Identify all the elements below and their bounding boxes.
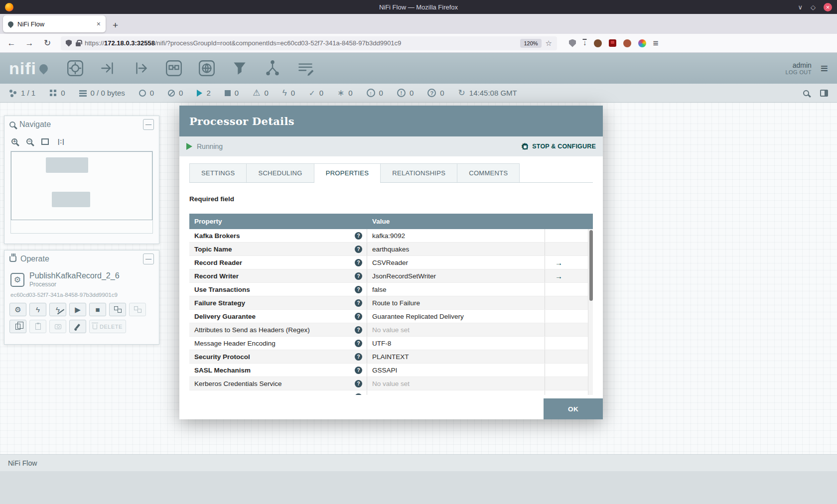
- tab-scheduling[interactable]: SCHEDULING: [247, 163, 314, 182]
- tab-relationships[interactable]: RELATIONSHIPS: [381, 163, 457, 182]
- back-button[interactable]: ←: [5, 38, 18, 48]
- downloads-icon[interactable]: ↑: [583, 39, 587, 47]
- nifi-favicon-icon: [7, 20, 15, 28]
- property-name: Record Writer: [194, 272, 239, 280]
- table-scrollbar[interactable]: [588, 229, 593, 395]
- start-button[interactable]: ▶: [69, 303, 86, 316]
- template-flow-icon: [114, 306, 122, 313]
- tab-comments[interactable]: COMMENTS: [457, 163, 520, 182]
- status-up-to-date: ✓0: [309, 89, 323, 97]
- status-refresh[interactable]: ↻14:45:08 GMT: [458, 89, 517, 97]
- zoom-actual-size-icon[interactable]: |:|: [58, 138, 65, 145]
- remote-process-group-component-icon[interactable]: [197, 59, 216, 78]
- enable-button[interactable]: ϟ: [29, 303, 46, 316]
- help-icon[interactable]: ?: [355, 313, 362, 320]
- bookmark-star-icon[interactable]: ☆: [546, 39, 552, 48]
- ublock-extension-icon[interactable]: [609, 39, 616, 47]
- account-icon[interactable]: [594, 39, 602, 47]
- help-icon[interactable]: ?: [355, 380, 362, 387]
- search-icon[interactable]: [803, 90, 809, 96]
- help-icon[interactable]: ?: [355, 340, 362, 347]
- tab-close-icon[interactable]: ×: [97, 20, 101, 28]
- help-icon[interactable]: ?: [355, 272, 362, 280]
- fill-color-button[interactable]: [69, 320, 86, 333]
- copy-button[interactable]: [9, 320, 26, 333]
- property-name: SASL Mechanism: [194, 367, 251, 374]
- help-icon[interactable]: ?: [355, 259, 362, 266]
- zoom-out-icon[interactable]: −: [26, 138, 32, 144]
- birdseye-toggle-icon[interactable]: [820, 90, 828, 97]
- tab-settings[interactable]: SETTINGS: [189, 163, 247, 182]
- help-icon[interactable]: ?: [355, 232, 362, 240]
- not-transmitting-icon: [168, 90, 175, 97]
- process-group-component-icon[interactable]: [164, 59, 183, 78]
- browser-toolbar: ← → ↻ https://172.18.0.3:32558/nifi/?pro…: [0, 34, 837, 53]
- help-icon[interactable]: ?: [355, 246, 362, 253]
- zoom-in-icon[interactable]: +: [11, 138, 17, 144]
- go-to-service-icon[interactable]: →: [555, 258, 562, 267]
- up-to-date-check-icon: ✓: [309, 89, 315, 97]
- processor-component-icon[interactable]: [66, 59, 85, 78]
- input-port-component-icon[interactable]: [99, 59, 118, 78]
- browser-tab[interactable]: NiFi Flow ×: [3, 15, 106, 32]
- go-to-service-icon[interactable]: →: [555, 272, 562, 280]
- help-icon[interactable]: ?: [355, 353, 362, 361]
- logout-link[interactable]: LOG OUT: [786, 69, 812, 75]
- extension-avatar-icon[interactable]: [623, 39, 631, 47]
- template-component-icon[interactable]: [263, 59, 282, 78]
- refresh-icon[interactable]: ↻: [458, 89, 465, 97]
- tracking-protection-shield-icon[interactable]: [66, 40, 72, 47]
- threads-grid-icon: [49, 89, 57, 97]
- window-close-icon[interactable]: ×: [824, 3, 832, 11]
- help-icon[interactable]: ?: [355, 326, 362, 334]
- status-threads: 0: [49, 89, 65, 97]
- flow-canvas[interactable]: Navigate — + − |:| Operate — ⚙ PublishKa…: [0, 103, 837, 454]
- tab-properties[interactable]: PROPERTIES: [314, 163, 381, 182]
- help-icon[interactable]: ?: [355, 393, 362, 395]
- reload-button[interactable]: ↻: [41, 38, 54, 48]
- window-maximize-icon[interactable]: ◇: [811, 3, 816, 11]
- global-menu-icon[interactable]: ≡: [821, 61, 828, 76]
- lock-icon[interactable]: [76, 42, 81, 46]
- output-port-component-icon[interactable]: [132, 59, 150, 78]
- birdseye-minimap[interactable]: [10, 151, 153, 234]
- url-bar[interactable]: https://172.18.0.3:32558/nifi/?processGr…: [61, 36, 557, 50]
- configure-button[interactable]: ⚙: [9, 303, 26, 316]
- table-row: SASL Mechanism? GSSAPI: [189, 364, 593, 377]
- table-row: Record Writer? JsonRecordSetWriter →: [189, 269, 593, 283]
- label-component-icon[interactable]: [296, 59, 315, 78]
- status-running: 2: [197, 89, 210, 97]
- breadcrumb-root-link[interactable]: NiFi Flow: [8, 459, 37, 467]
- navigate-collapse-button[interactable]: —: [143, 119, 154, 130]
- ok-button[interactable]: OK: [544, 398, 603, 419]
- stop-and-configure-button[interactable]: ⚙ STOP & CONFIGURE: [521, 142, 596, 151]
- stale-count: 0: [379, 89, 383, 97]
- addon-shield-icon[interactable]: [569, 39, 576, 47]
- zoom-fit-icon[interactable]: [41, 138, 49, 145]
- disable-button[interactable]: ϟ: [49, 303, 66, 316]
- status-invalid: ⚠0: [253, 89, 269, 97]
- extensions-pinwheel-icon[interactable]: [638, 39, 646, 47]
- disabled-bolt-icon: ϟ: [282, 89, 287, 97]
- tab-title: NiFi Flow: [17, 20, 93, 28]
- breadcrumb-bar: NiFi Flow: [0, 454, 837, 471]
- flow-status-bar: 1 / 1 0 0 / 0 bytes 0 0 2 0 ⚠0 ϟ0 ✓0 ∗0 …: [0, 84, 837, 103]
- help-icon[interactable]: ?: [355, 299, 362, 307]
- forward-button[interactable]: →: [23, 38, 36, 48]
- play-icon: ▶: [75, 306, 81, 313]
- scrollbar-thumb[interactable]: [589, 230, 593, 301]
- zoom-level-badge[interactable]: 120%: [520, 39, 541, 48]
- stop-button[interactable]: ■: [89, 303, 106, 316]
- paste-icon: [35, 323, 41, 330]
- browser-menu-icon[interactable]: ≡: [653, 38, 659, 49]
- stop-configure-label: STOP & CONFIGURE: [532, 143, 596, 150]
- help-icon[interactable]: ?: [355, 286, 362, 293]
- operate-collapse-button[interactable]: —: [143, 253, 154, 264]
- funnel-component-icon[interactable]: [230, 59, 249, 78]
- help-icon[interactable]: ?: [355, 367, 362, 374]
- window-chevron-down-icon[interactable]: ∨: [798, 3, 803, 11]
- up-to-date-count: 0: [319, 89, 323, 97]
- create-template-button[interactable]: [109, 303, 126, 316]
- new-tab-button[interactable]: +: [113, 20, 118, 31]
- property-value: CSVReader: [367, 256, 545, 269]
